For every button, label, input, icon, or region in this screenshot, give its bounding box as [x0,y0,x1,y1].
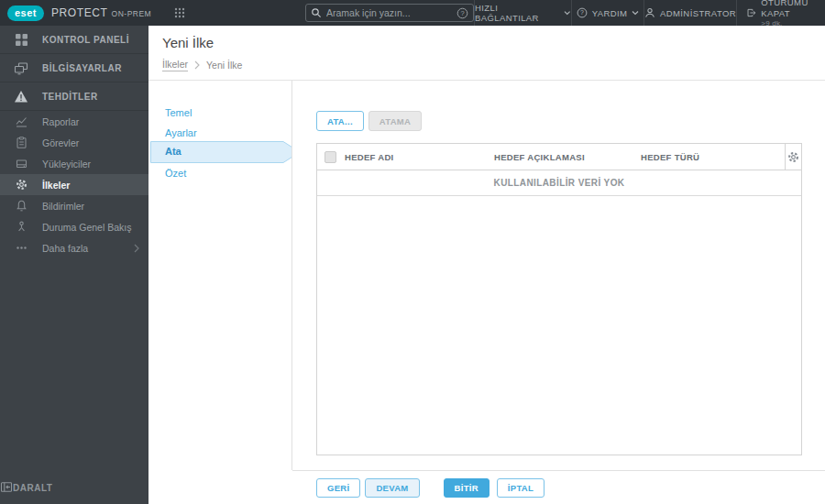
more-ellipsis-icon [0,242,42,254]
logout-button[interactable]: OTURUMU KAPAT >9 dk. [736,0,825,26]
wizard-step-ozet[interactable]: Özet [165,168,186,179]
topbar-menu: HIZLI BAĞLANTILAR ? YARDIM ADMİNİSTRATOR [474,0,825,26]
wizard-steps-panel: Temel Ayarlar Ata Özet [148,81,292,470]
help-menu[interactable]: ? YARDIM [571,0,644,26]
sidebar-item-label: Bildirimler [42,201,84,212]
table-settings-button[interactable] [785,144,801,170]
notifications-bell-icon [0,200,42,212]
tasks-icon [0,137,42,148]
threats-icon [0,90,42,104]
sidebar-item-label: Yükleyiciler [42,159,91,170]
search-help-icon[interactable]: ? [456,7,468,19]
computers-icon [0,61,42,75]
sidebar-item-kontrol-paneli[interactable]: KONTROL PANELİ [0,26,148,54]
page-title: Yeni İlke [162,35,214,50]
breadcrumb-link-ilkeler[interactable]: İlkeler [162,59,188,71]
sidebar-item-ilkeler[interactable]: İlkeler [0,174,148,195]
sidebar-item-label: Duruma Genel Bakış [42,222,131,233]
sidebar-item-label: Görevler [42,137,79,148]
sidebar-item-yukleyiciler[interactable]: Yükleyiciler [0,153,148,174]
policies-gear-icon [0,179,42,191]
breadcrumb-separator-icon [194,60,200,70]
wizard-step-temel[interactable]: Temel [165,107,192,118]
user-menu[interactable]: ADMİNİSTRATOR [644,0,736,26]
wizard-step-ayarlar[interactable]: Ayarlar [165,127,197,138]
sidebar-item-label: TEHDİTLER [42,92,98,102]
sidebar-item-daha-fazla[interactable]: Daha fazla [0,237,148,258]
column-header-hedef-aciklamasi[interactable]: HEDEF AÇIKLAMASI [494,152,585,162]
sidebar-item-label: Raporlar [42,116,79,127]
user-icon [644,7,655,18]
svg-text:?: ? [460,9,464,17]
select-all-checkbox[interactable] [324,151,336,163]
continue-button[interactable]: DEVAM [365,478,419,498]
help-label: YARDIM [592,8,628,18]
sidebar-item-duruma-genel-bakis[interactable]: Duruma Genel Bakış [0,216,148,237]
installers-icon [0,158,42,170]
table-empty-state: KULLANILABİLİR VERİ YOK [317,170,801,196]
dashboard-icon [0,33,42,47]
collapse-sidebar-button[interactable]: DARALT [0,477,148,499]
session-timeout: >9 dk. [761,19,825,28]
wizard-step-label: Ata [165,146,182,157]
assignment-button-disabled[interactable]: ATAMA [368,111,422,131]
quick-links-menu[interactable]: HIZLI BAĞLANTILAR [474,0,571,26]
search-icon [311,7,322,18]
targets-table: HEDEF ADI HEDEF AÇIKLAMASI HEDEF TÜRÜ KU… [316,143,802,455]
topbar: eset PROTECT ON-PREM [0,0,825,26]
sidebar-item-bildirimler[interactable]: Bildirimler [0,195,148,216]
wizard-step-ata-active[interactable]: Ata [150,141,301,163]
footer-divider [292,470,825,471]
product-name: PROTECT [51,6,108,19]
breadcrumb: İlkeler Yeni İlke [162,59,242,71]
logout-label: OTURUMU KAPAT [761,0,825,19]
sidebar: KONTROL PANELİ BİLGİSAYARLAR TEHDİTL [0,26,148,504]
assign-targets-button[interactable]: ATA... [316,111,364,131]
wizard-footer: GERİ DEVAM BİTİR İPTAL [316,478,544,498]
eset-logo[interactable]: eset PROTECT ON-PREM [7,0,151,26]
user-label: ADMİNİSTRATOR [660,8,736,18]
sidebar-item-gorevler[interactable]: Görevler [0,132,148,153]
app-grid-icon[interactable] [173,6,186,19]
sidebar-item-bilgisayarlar[interactable]: BİLGİSAYARLAR [0,54,148,82]
global-search: ? [305,4,474,22]
gear-icon [787,151,799,163]
chevron-down-icon [564,10,571,16]
sidebar-item-label: KONTROL PANELİ [42,35,129,45]
collapse-icon [0,481,13,495]
quick-links-label: HIZLI BAĞLANTILAR [475,3,559,23]
chevron-down-icon [632,10,639,16]
cancel-button[interactable]: İPTAL [497,478,544,498]
sidebar-item-label: Daha fazla [42,243,88,254]
product-edition: ON-PREM [112,7,152,18]
eset-protect-console: eset PROTECT ON-PREM [0,0,825,504]
column-header-hedef-turu[interactable]: HEDEF TÜRÜ [641,152,699,162]
search-input[interactable] [326,7,456,18]
logout-icon [746,6,756,19]
sidebar-item-label: BİLGİSAYARLAR [42,63,122,73]
targets-table-header: HEDEF ADI HEDEF AÇIKLAMASI HEDEF TÜRÜ [317,144,801,170]
help-circle-icon: ? [577,7,588,18]
assign-step-content: ATA... ATAMA HEDEF ADI HEDEF AÇIKLAMASI … [292,81,825,470]
sidebar-item-raporlar[interactable]: Raporlar [0,111,148,132]
breadcrumb-current: Yeni İlke [206,60,242,71]
column-header-hedef-adi[interactable]: HEDEF ADI [345,152,394,162]
status-overview-icon [0,221,42,233]
sidebar-item-tehditler[interactable]: TEHDİTLER [0,82,148,111]
finish-button[interactable]: BİTİR [444,478,490,498]
page-header: Yeni İlke İlkeler Yeni İlke [148,26,825,81]
back-button[interactable]: GERİ [316,478,360,498]
chevron-right-icon [134,244,139,255]
collapse-label: DARALT [13,483,52,493]
assign-actions: ATA... ATAMA [316,111,422,131]
sidebar-item-label: İlkeler [42,180,70,191]
reports-icon [0,115,42,127]
eset-logo-pill: eset [7,5,44,21]
svg-text:?: ? [580,9,584,16]
